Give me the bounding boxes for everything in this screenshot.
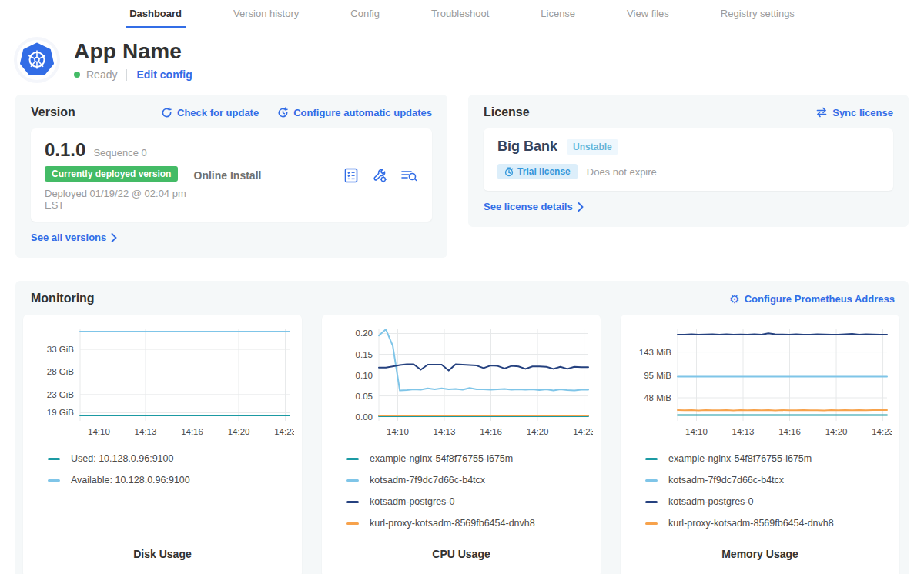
legend-color-dash (346, 479, 359, 482)
sync-icon (815, 107, 828, 118)
configure-automatic-updates-button[interactable]: Configure automatic updates (277, 107, 432, 118)
tab-version-history[interactable]: Version history (229, 0, 303, 28)
svg-text:0.15: 0.15 (356, 350, 373, 359)
version-section: Version Check for update Configure autom… (15, 95, 447, 258)
svg-text:14:10: 14:10 (685, 427, 708, 436)
legend-item: Used: 10.128.0.96:9100 (48, 453, 294, 464)
svg-text:95 MiB: 95 MiB (644, 371, 671, 380)
svg-text:14:16: 14:16 (778, 427, 801, 436)
legend-label: Used: 10.128.0.96:9100 (71, 453, 173, 464)
monitoring-section-title: Monitoring (31, 292, 95, 305)
legend-label: example-nginx-54f8f76755-l675m (668, 453, 812, 464)
svg-text:14:13: 14:13 (732, 427, 755, 436)
checklist-icon (343, 167, 360, 184)
edit-config-version-button[interactable] (371, 167, 388, 184)
tab-registry-settings[interactable]: Registry settings (717, 0, 798, 28)
svg-text:14:10: 14:10 (387, 427, 409, 436)
view-deploy-logs-button[interactable] (400, 167, 418, 184)
legend-label: kotsadm-7f9dc7d66c-b4tcx (668, 475, 784, 486)
monitoring-section: Monitoring ⚙ Configure Prometheus Addres… (15, 281, 909, 574)
chevron-right-icon (111, 233, 117, 242)
svg-text:14:16: 14:16 (181, 427, 203, 436)
legend-label: Available: 10.128.0.96:9100 (71, 475, 190, 486)
tab-dashboard[interactable]: Dashboard (126, 0, 186, 28)
svg-text:0.05: 0.05 (356, 392, 373, 401)
check-for-update-button[interactable]: Check for update (161, 107, 259, 118)
svg-text:14:23: 14:23 (872, 427, 892, 436)
legend-color-dash (346, 522, 359, 525)
expiry-label: Does not expire (587, 166, 657, 178)
svg-text:14:20: 14:20 (228, 427, 250, 436)
svg-text:0.20: 0.20 (356, 329, 373, 338)
chart-title: Memory Usage (628, 548, 892, 563)
deployed-timestamp: Deployed 01/19/22 @ 02:04 pm EST (45, 188, 194, 211)
see-all-versions-link[interactable]: See all versions (31, 232, 117, 243)
license-card: Big Bank Unstable Trial license Does not… (484, 128, 893, 191)
chevron-right-icon (578, 202, 584, 212)
see-license-details-link[interactable]: See license details (484, 201, 584, 212)
legend-item: kurl-proxy-kotsadm-8569fb6454-dnvh8 (645, 518, 892, 529)
channel-badge: Unstable (567, 139, 618, 155)
disk-usage-chart: 14:1014:1314:1614:2014:2319 GiB23 GiB28 … (31, 324, 294, 446)
legend-label: kotsadm-7f9dc7d66c-b4tcx (370, 475, 485, 486)
legend-label: kurl-proxy-kotsadm-8569fb6454-dnvh8 (370, 518, 535, 529)
svg-text:143 MiB: 143 MiB (639, 348, 672, 357)
svg-text:14:20: 14:20 (825, 427, 848, 436)
legend-item: example-nginx-54f8f76755-l675m (645, 453, 892, 464)
svg-text:14:13: 14:13 (135, 427, 157, 436)
page-title: App Name (74, 39, 192, 64)
trial-license-badge: Trial license (497, 164, 578, 179)
disk-usage-chart-card: 14:1014:1314:1614:2014:2319 GiB23 GiB28 … (23, 315, 302, 574)
version-section-title: Version (31, 105, 75, 119)
license-section: License Sync license Big Bank Unstable (468, 95, 909, 227)
refresh-icon (161, 107, 172, 118)
sync-license-button[interactable]: Sync license (815, 107, 893, 118)
cpu-usage-legend: example-nginx-54f8f76755-l675mkotsadm-7f… (330, 453, 593, 529)
legend-color-dash (645, 522, 658, 525)
current-version-card: 0.1.0 Sequence 0 Currently deployed vers… (31, 128, 432, 222)
svg-text:19 GiB: 19 GiB (47, 408, 74, 417)
legend-item: example-nginx-54f8f76755-l675m (346, 453, 593, 464)
legend-color-dash (645, 458, 658, 460)
customer-name: Big Bank (497, 138, 557, 155)
tab-config[interactable]: Config (346, 0, 383, 28)
chart-title: CPU Usage (330, 548, 593, 563)
legend-label: example-nginx-54f8f76755-l675m (370, 453, 513, 464)
svg-text:14:23: 14:23 (573, 427, 593, 436)
clock-refresh-icon (277, 107, 289, 118)
svg-text:28 GiB: 28 GiB (47, 367, 74, 376)
svg-text:14:13: 14:13 (434, 427, 456, 436)
tab-view-files[interactable]: View files (623, 0, 673, 28)
top-navbar: Dashboard Version history Config Trouble… (0, 0, 924, 28)
status-badge: Ready (86, 68, 117, 81)
svg-text:48 MiB: 48 MiB (644, 393, 671, 402)
tab-license[interactable]: License (537, 0, 579, 28)
svg-text:0.00: 0.00 (356, 412, 373, 422)
tab-troubleshoot[interactable]: Troubleshoot (427, 0, 493, 28)
preflight-checks-button[interactable] (343, 167, 360, 184)
kubernetes-logo-icon (17, 40, 57, 80)
legend-item: kotsadm-7f9dc7d66c-b4tcx (346, 475, 593, 486)
legend-label: kurl-proxy-kotsadm-8569fb6454-dnvh8 (668, 518, 834, 529)
legend-item: kurl-proxy-kotsadm-8569fb6454-dnvh8 (346, 518, 593, 529)
legend-item: Available: 10.128.0.96:9100 (48, 475, 294, 486)
edit-config-link[interactable]: Edit config (136, 68, 192, 81)
svg-text:33 GiB: 33 GiB (47, 345, 74, 354)
legend-label: kotsadm-postgres-0 (370, 496, 454, 507)
svg-text:23 GiB: 23 GiB (47, 390, 74, 399)
legend-color-dash (346, 458, 359, 460)
cpu-usage-chart-card: 14:1014:1314:1614:2014:230.000.050.100.1… (322, 315, 601, 574)
deployed-badge: Currently deployed version (45, 166, 178, 182)
version-number: 0.1.0 (45, 139, 85, 161)
configure-prometheus-button[interactable]: ⚙ Configure Prometheus Address (729, 293, 895, 305)
svg-text:14:16: 14:16 (480, 427, 502, 436)
legend-label: kotsadm-postgres-0 (668, 496, 753, 507)
memory-usage-chart: 14:1014:1314:1614:2014:2348 MiB95 MiB143… (628, 324, 892, 446)
status-dot (74, 72, 80, 78)
divider (126, 69, 127, 81)
logs-search-icon (400, 167, 418, 184)
legend-item: kotsadm-postgres-0 (645, 496, 892, 507)
install-type-label: Online Install (194, 169, 343, 182)
cpu-usage-chart: 14:1014:1314:1614:2014:230.000.050.100.1… (330, 324, 593, 446)
legend-color-dash (645, 501, 658, 503)
